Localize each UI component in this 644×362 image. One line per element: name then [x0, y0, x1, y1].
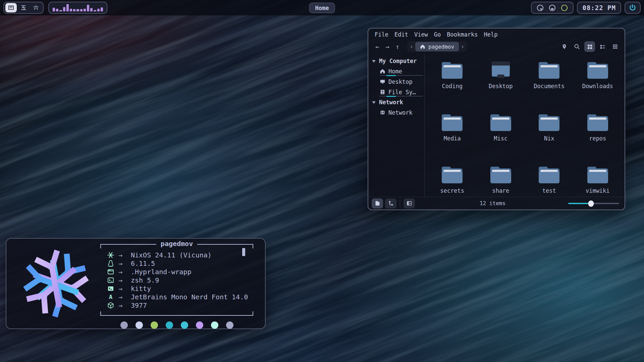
- icon-view-button[interactable]: [584, 41, 595, 52]
- volume-indicator-icon[interactable]: [536, 4, 544, 12]
- path-segment-home[interactable]: pagedmov: [415, 42, 459, 51]
- expander-triangle-icon[interactable]: [372, 100, 376, 105]
- tree-pane-button[interactable]: [385, 198, 396, 208]
- fetch-frame-bottom: [100, 311, 253, 316]
- folder-icon: [490, 113, 512, 132]
- slider-fill: [568, 203, 591, 204]
- workspace-switcher[interactable]: [3, 2, 44, 14]
- workspace-4[interactable]: [5, 3, 17, 12]
- workspace-6[interactable]: [30, 3, 42, 12]
- file-item-label: vimwiki: [586, 187, 610, 194]
- file-item-test[interactable]: test: [525, 161, 574, 197]
- file-grid: Coding Desktop Documents: [425, 54, 625, 197]
- terminal-color-palette: [100, 321, 253, 329]
- folder-icon: [587, 61, 609, 79]
- sidebar-item-label: Home: [388, 68, 402, 75]
- menu-file[interactable]: File: [372, 31, 391, 38]
- sidebar-section-network[interactable]: Network: [372, 97, 424, 107]
- menu-bookmarks[interactable]: Bookmarks: [444, 31, 481, 38]
- sidebar-item-network[interactable]: Network: [372, 107, 424, 118]
- places-icon: [375, 200, 380, 206]
- sidebar-item-label: Network: [388, 109, 413, 116]
- file-item-label: Documents: [534, 83, 565, 89]
- arrow-icon: →: [118, 251, 131, 259]
- window-body: My Computer Home Desktop: [368, 54, 625, 197]
- fetch-row-terminal: → kitty: [107, 284, 253, 293]
- workspace-5[interactable]: [18, 3, 29, 12]
- hide-side-pane-button[interactable]: [404, 198, 415, 208]
- file-item-downloads[interactable]: Downloads: [574, 56, 622, 108]
- clock[interactable]: 08:22 PM: [577, 2, 621, 14]
- back-button[interactable]: ←: [372, 42, 382, 52]
- menu-edit[interactable]: Edit: [391, 31, 411, 38]
- penguin-icon: [107, 260, 114, 267]
- file-item-misc[interactable]: Misc: [477, 108, 525, 161]
- path-scroll-right-icon[interactable]: ›: [459, 43, 466, 50]
- desktop-icon: [490, 61, 512, 79]
- power-icon: [629, 4, 637, 12]
- home-icon: [420, 44, 425, 49]
- expander-triangle-icon[interactable]: [372, 59, 376, 63]
- sidebar-item-home[interactable]: Home: [372, 66, 424, 76]
- bar-right-group: 08:22 PM: [531, 2, 641, 14]
- visualizer-bar: [59, 10, 62, 11]
- desktop-icon: [380, 79, 385, 84]
- zoom-slider[interactable]: [568, 200, 619, 207]
- slider-thumb[interactable]: [588, 200, 594, 207]
- menu-go[interactable]: Go: [431, 31, 444, 38]
- grid-view-icon: [587, 44, 593, 50]
- path-scroll-left-icon[interactable]: ‹: [408, 43, 415, 50]
- visualizer-bar: [94, 10, 96, 11]
- file-item-repos[interactable]: repos: [574, 108, 622, 161]
- sidebar-header-label: Network: [379, 99, 403, 106]
- file-item-nix[interactable]: Nix: [525, 108, 574, 161]
- terminal-window[interactable]: pagedmov → NixOS 24.11 (Vicuna) → 6.11.5: [6, 238, 266, 329]
- file-item-vimwiki[interactable]: vimwiki: [574, 161, 622, 197]
- palette-dot: [226, 321, 233, 329]
- file-item-label: share: [492, 187, 509, 194]
- up-button[interactable]: ↑: [392, 42, 402, 52]
- file-item-desktop[interactable]: Desktop: [477, 56, 525, 108]
- places-pane-button[interactable]: [372, 198, 383, 208]
- fastfetch-panel: pagedmov → NixOS 24.11 (Vicuna) → 6.11.5: [100, 244, 253, 329]
- file-item-label: test: [542, 187, 556, 194]
- sidebar-item-label: Desktop: [388, 78, 413, 85]
- file-item-media[interactable]: Media: [428, 108, 477, 161]
- idle-inhibitor-icon[interactable]: [560, 4, 568, 12]
- menu-view[interactable]: View: [411, 31, 431, 38]
- menu-help[interactable]: Help: [481, 31, 500, 38]
- folder-icon: [441, 61, 463, 79]
- toolbar-right-group: [559, 41, 621, 52]
- file-item-label: repos: [589, 135, 606, 142]
- palette-dot: [120, 321, 128, 329]
- detail-view-button[interactable]: [610, 41, 621, 52]
- folder-icon: [538, 113, 560, 132]
- location-button[interactable]: [559, 41, 570, 52]
- sidebar-section-my-computer[interactable]: My Computer: [372, 56, 424, 66]
- power-button[interactable]: [625, 2, 641, 14]
- sidebar-item-filesystem[interactable]: File Sy…: [372, 87, 424, 97]
- forward-button[interactable]: →: [382, 42, 392, 52]
- file-item-documents[interactable]: Documents: [525, 56, 574, 108]
- file-item-secrets[interactable]: secrets: [428, 161, 477, 197]
- fetch-value: 3977: [131, 301, 147, 309]
- output-indicator-icon[interactable]: [548, 4, 556, 12]
- search-button[interactable]: [572, 41, 582, 52]
- file-item-label: Media: [444, 135, 461, 142]
- home-icon: [380, 68, 385, 74]
- side-pane-toggle-icon: [407, 200, 412, 206]
- active-window-pill[interactable]: Home: [309, 3, 335, 13]
- window-icon: [107, 268, 114, 276]
- file-item-share[interactable]: share: [477, 161, 525, 197]
- visualizer-bar: [70, 9, 72, 11]
- visualizer-bar: [66, 4, 69, 11]
- file-item-label: Misc: [494, 135, 507, 142]
- compact-view-button[interactable]: [597, 41, 608, 52]
- file-item-coding[interactable]: Coding: [428, 56, 477, 108]
- compact-view-icon: [599, 44, 606, 50]
- sidebar-item-desktop[interactable]: Desktop: [372, 76, 424, 87]
- audio-visualizer[interactable]: [48, 2, 107, 14]
- nixos-logo: [19, 245, 93, 322]
- status-separator: [400, 200, 400, 207]
- detail-view-icon: [612, 44, 618, 50]
